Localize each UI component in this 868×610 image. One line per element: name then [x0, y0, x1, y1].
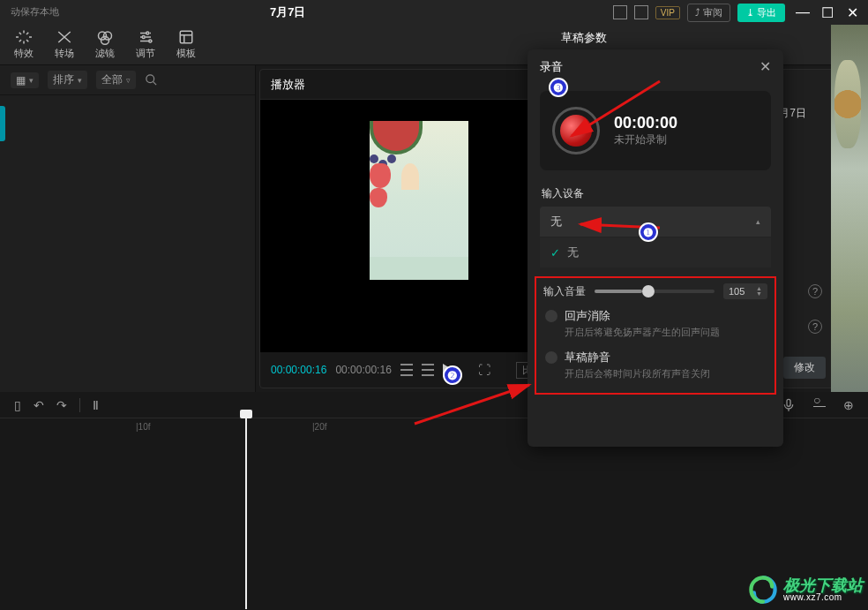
annotation-badge-2: ❷ [443, 365, 462, 385]
template-icon [178, 29, 194, 45]
close-window-button[interactable]: ✕ [842, 2, 863, 23]
illustration-leaf [370, 257, 468, 280]
split-icon[interactable]: Ⅱ [93, 398, 99, 412]
annotation-arrow-2 [406, 371, 547, 433]
record-title: 录音 [540, 59, 563, 75]
input-volume-label: 输入音量 [543, 284, 586, 299]
selection-tool-icon[interactable]: ▯ [14, 398, 21, 412]
input-volume-value[interactable]: 105 ▲▼ [723, 283, 767, 299]
filter-icon [97, 29, 113, 45]
tab-template[interactable]: 模板 [176, 29, 196, 60]
timecode-current: 00:00:00:16 [271, 364, 326, 376]
transition-icon [56, 29, 72, 45]
volume-stepper[interactable]: ▲▼ [756, 286, 762, 297]
draft-mute-title: 草稿静音 [565, 350, 710, 365]
maximize-button[interactable]: ☐ [817, 2, 838, 23]
chevron-up-icon: ▴ [756, 217, 760, 226]
minimize-button[interactable]: — [792, 2, 813, 23]
watermark-url: www.xz7.com [783, 593, 863, 602]
svg-point-2 [101, 36, 109, 44]
timeline-add-icon[interactable]: ⊕ [843, 398, 854, 412]
draft-mute-desc: 开启后会将时间片段所有声音关闭 [565, 367, 710, 380]
echo-cancel-toggle[interactable] [545, 310, 557, 322]
microphone-icon[interactable] [782, 398, 796, 412]
svg-line-9 [572, 81, 660, 136]
draft-mute-toggle-row: 草稿静音 开启后会将时间片段所有声音关闭 [543, 341, 767, 382]
svg-point-4 [142, 36, 145, 39]
svg-point-3 [146, 32, 149, 34]
timeline-expand-icon[interactable]: —○ [813, 398, 826, 412]
check-icon: ✓ [550, 246, 560, 260]
watermark-logo-icon [748, 575, 778, 605]
media-item-edge[interactable] [0, 106, 5, 141]
highlighted-settings: 输入音量 105 ▲▼ 回声消除 开启后将避免扬声器产生的回声问题 草稿静音 开… [535, 276, 776, 395]
filter-all-button[interactable]: 全部 ▿ [96, 71, 136, 89]
echo-cancel-title: 回声消除 [565, 308, 720, 324]
tab-filter[interactable]: 滤镜 [95, 29, 115, 60]
illustration-blueberries [370, 154, 378, 163]
svg-rect-8 [787, 399, 790, 406]
modify-button[interactable]: 修改 [783, 357, 826, 379]
layout2-icon[interactable] [634, 5, 648, 19]
media-pane: ▦ ▾ 排序 ▾ 全部 ▿ [0, 65, 256, 392]
input-device-option[interactable]: ✓ 无 [540, 237, 771, 267]
player-title: 播放器 [271, 77, 305, 93]
view-mode-button[interactable]: ▦ ▾ [11, 72, 39, 88]
undo-icon[interactable]: ↶ [34, 398, 44, 412]
illustration-figure [401, 163, 419, 190]
tab-effect[interactable]: 特效 [14, 29, 34, 60]
media-filter-bar: ▦ ▾ 排序 ▾ 全部 ▿ [0, 65, 255, 95]
draft-params-title: 草稿参数 [561, 30, 607, 46]
layout-icon[interactable] [613, 5, 627, 19]
illustration-strawberry [370, 163, 391, 188]
input-volume-row: 输入音量 105 ▲▼ [543, 283, 767, 299]
svg-point-7 [146, 75, 154, 83]
echo-cancel-toggle-row: 回声消除 开启后将避免扬声器产生的回声问题 [543, 299, 767, 341]
redo-icon[interactable]: ↷ [56, 398, 67, 412]
input-volume-slider[interactable] [595, 290, 715, 293]
illustration-watermelon [370, 121, 423, 154]
preview-image [370, 121, 468, 280]
sort-button[interactable]: 排序 ▾ [48, 71, 87, 89]
watermark-brand: 极光下载站 [783, 577, 863, 593]
autosave-status: 动保存本地 [11, 5, 59, 19]
sliders-icon [138, 29, 153, 45]
playhead[interactable] [245, 415, 247, 609]
help-icon[interactable]: ? [808, 284, 822, 298]
title-bar: 动保存本地 7月7日 VIP ⤴ 审阅 ⤓ 导出 — ☐ ✕ [0, 0, 868, 25]
annotation-arrow-3 [563, 76, 669, 147]
annotation-badge-3: ❸ [549, 78, 568, 97]
timecode-total: 00:00:00:16 [335, 364, 391, 376]
echo-cancel-desc: 开启后将避免扬声器产生的回声问题 [565, 326, 720, 339]
sparkle-icon [16, 29, 32, 45]
help-icon-2[interactable]: ? [808, 320, 822, 334]
illustration-strawberry-2 [370, 188, 387, 207]
review-button[interactable]: ⤴ 审阅 [687, 4, 730, 22]
svg-line-11 [415, 385, 529, 424]
svg-point-1 [104, 32, 112, 40]
export-button[interactable]: ⤓ 导出 [737, 4, 785, 22]
project-title: 7月7日 [270, 4, 305, 20]
annotation-badge-1: ❶ [639, 222, 658, 242]
draft-mute-toggle[interactable] [545, 351, 557, 364]
tab-adjust[interactable]: 调节 [136, 29, 155, 60]
record-close-button[interactable]: ✕ [760, 58, 771, 75]
search-icon[interactable] [145, 73, 158, 87]
svg-point-5 [149, 40, 152, 42]
vip-badge[interactable]: VIP [655, 6, 680, 19]
svg-rect-6 [180, 31, 192, 43]
watermark: 极光下载站 www.xz7.com [748, 575, 863, 605]
ruler-mark-20f: |20f [312, 422, 327, 432]
tab-transition[interactable]: 转场 [55, 29, 74, 60]
ruler-mark-10f: |10f [136, 422, 151, 432]
